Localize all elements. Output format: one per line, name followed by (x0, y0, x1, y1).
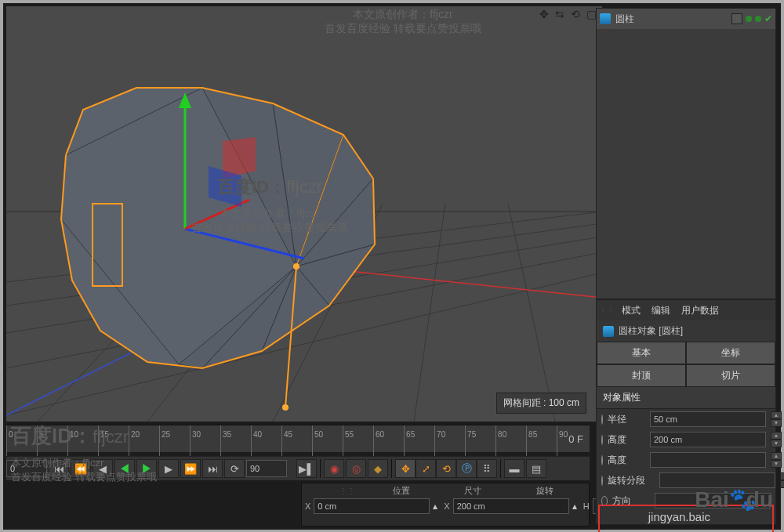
mode-rotate-button[interactable]: ⟲ (436, 459, 456, 478)
play-button[interactable] (136, 459, 157, 478)
options-a-button[interactable]: ▬ (504, 459, 524, 478)
tab-basic[interactable]: 基本 (597, 342, 686, 364)
cylinder-icon (600, 13, 611, 24)
cylinder-object[interactable] (61, 88, 375, 411)
play-back-button[interactable] (114, 459, 135, 478)
keyframe-sel-button[interactable]: ◆ (368, 459, 388, 478)
range-end-input[interactable] (246, 460, 287, 477)
record-button[interactable]: ◉ (324, 459, 344, 478)
coordinates-panel: ⋮⋮ 位置 尺寸 旋转 X▴ X▴ H▴ (301, 483, 590, 527)
spin-down-icon[interactable]: ▼ (771, 440, 782, 447)
drag-grip-icon[interactable]: ⋮⋮ (603, 306, 611, 315)
svg-line-8 (414, 204, 445, 422)
anim-dot-icon[interactable] (601, 476, 603, 486)
prop-hseg-row: 高度 ▲▼ (601, 451, 771, 469)
anim-dot-icon[interactable] (601, 455, 603, 465)
drag-grip-icon[interactable]: ⋮⋮ (302, 487, 374, 495)
svg-line-9 (508, 204, 555, 422)
dolly-icon[interactable]: ⇆ (554, 8, 566, 20)
spin-down-icon[interactable]: ▼ (771, 419, 782, 427)
tab-cap[interactable]: 封顶 (597, 364, 686, 387)
next-key-button[interactable]: ⏩ (180, 459, 201, 478)
radius-input[interactable] (650, 411, 766, 427)
height-input[interactable] (650, 432, 766, 447)
tab-slice[interactable]: 切片 (686, 364, 775, 387)
spin-up-icon[interactable]: ▲ (771, 432, 782, 440)
goto-end-button[interactable]: ⏭ (202, 459, 223, 478)
viewport-nav-icons: ✥ ⇆ ⟲ ▢ (538, 8, 597, 20)
attr-menu-mode[interactable]: 模式 (622, 304, 641, 317)
attr-menu-userdata[interactable]: 用户数据 (681, 304, 719, 317)
size-x-input[interactable] (453, 498, 569, 514)
attr-object-header: 圆柱对象 [圆柱] (597, 320, 775, 342)
prop-radius-row: 半径 ▲▼ (601, 411, 771, 428)
pan-icon[interactable]: ✥ (538, 8, 550, 20)
right-panel: 圆柱 ✔ ⋮⋮ 模式 编辑 用户数据 圆柱对象 [圆柱] 基本 坐标 封顶 切片… (596, 8, 776, 525)
autokey-button[interactable]: ◎ (346, 459, 366, 478)
orbit-icon[interactable]: ⟲ (569, 8, 582, 20)
layer-toggle-icon[interactable] (731, 13, 742, 24)
next-frame-button[interactable]: ▶ (158, 459, 179, 478)
pos-header: 位置 (374, 485, 446, 497)
prev-key-button[interactable]: ⏪ (71, 459, 91, 478)
attr-menu-edit[interactable]: 编辑 (652, 304, 670, 317)
prop-height-row: 高度 ▲▼ (601, 431, 771, 448)
anim-dot-icon[interactable] (601, 435, 603, 445)
object-manager[interactable]: 圆柱 ✔ (596, 8, 776, 299)
prev-frame-button[interactable]: ◀ (93, 459, 113, 478)
viewport-3d[interactable] (6, 24, 602, 422)
rot-header: 旋转 (517, 485, 590, 497)
attr-section-title: 对象属性 (597, 387, 775, 409)
cylinder-icon (603, 326, 614, 337)
xpresso-check-icon[interactable]: ✔ (764, 13, 772, 24)
size-header: 尺寸 (445, 485, 517, 497)
goto-key-end-button[interactable]: ▶▌ (296, 459, 317, 478)
grid-spacing-label: 网格间距 : 100 cm (496, 393, 586, 414)
mode-pla-button[interactable]: ⠿ (477, 459, 497, 478)
object-name: 圆柱 (615, 13, 634, 26)
visibility-render-icon[interactable] (755, 16, 761, 22)
mode-scale-button[interactable]: ⤢ (416, 459, 436, 478)
prop-rotseg-row: 旋转分段 ▲▼ (601, 472, 771, 489)
anim-dot-icon[interactable] (601, 414, 603, 425)
rotseg-input[interactable] (659, 472, 775, 488)
pos-x-input[interactable] (314, 498, 430, 514)
svg-point-23 (293, 263, 299, 270)
svg-marker-32 (121, 464, 129, 473)
timeline-ruler[interactable]: 0 5 10 15 20 25 30 35 40 45 50 55 60 65 … (6, 425, 590, 452)
attributes-panel: ⋮⋮ 模式 编辑 用户数据 圆柱对象 [圆柱] 基本 坐标 封顶 切片 对象属性… (596, 299, 776, 525)
object-row-cylinder[interactable]: 圆柱 ✔ (597, 9, 775, 29)
loop-button[interactable]: ⟳ (224, 459, 245, 478)
visibility-editor-icon[interactable] (746, 16, 752, 22)
mode-move-button[interactable]: ✥ (395, 459, 416, 478)
hseg-input[interactable] (650, 452, 766, 468)
range-start-input[interactable] (6, 460, 47, 477)
spin-up-icon[interactable]: ▲ (771, 411, 782, 419)
highlight-box (598, 505, 774, 532)
svg-point-24 (282, 404, 289, 411)
svg-marker-33 (143, 464, 151, 473)
viewport-panel[interactable]: ✥ ⇆ ⟲ ▢ (6, 6, 602, 422)
tab-coord[interactable]: 坐标 (686, 342, 775, 364)
mode-param-button[interactable]: Ⓟ (456, 459, 477, 478)
options-b-button[interactable]: ▤ (526, 459, 546, 478)
goto-start-button[interactable]: ⏮ (49, 459, 69, 478)
playback-bar: ⏮ ⏪ ◀ ▶ ⏩ ⏭ ⟳ ▶▌ ◉ ◎ ◆ ✥ ⤢ ⟲ Ⓟ ⠿ ▬ ▤ (6, 456, 590, 480)
